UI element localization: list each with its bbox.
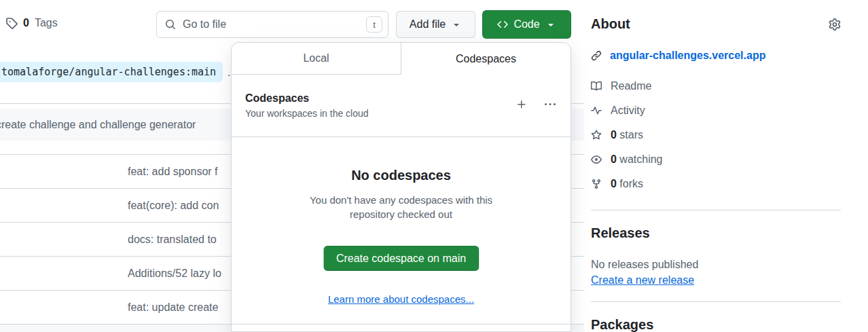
branch-ref-code: tomalaforge/angular-challenges:main <box>0 62 223 82</box>
star-icon <box>591 130 602 141</box>
tags-label: Tags <box>35 17 58 29</box>
sidebar-divider <box>591 301 841 302</box>
eye-icon <box>591 154 602 165</box>
codespaces-header: Codespaces Your workspaces in the cloud <box>232 75 571 137</box>
code-icon <box>497 19 508 30</box>
add-file-label: Add file <box>410 18 446 31</box>
sidebar-item-label: watching <box>619 153 662 165</box>
codespaces-more-options-button[interactable] <box>545 99 556 112</box>
no-releases-text: No releases published <box>591 259 698 271</box>
forks-count: 0 <box>611 178 617 189</box>
packages-heading: Packages <box>591 317 653 332</box>
go-to-file-search[interactable]: t <box>156 11 388 38</box>
learn-more-link[interactable]: Learn more about codespaces... <box>232 293 571 305</box>
latest-commit-message: create challenge and challenge generator <box>0 119 196 131</box>
edit-repo-settings-button[interactable] <box>829 18 841 33</box>
pulse-icon <box>591 105 602 116</box>
popover-divider <box>232 324 571 325</box>
github-repo-page: 0 Tags t Add file Code tomalaforge/angul… <box>0 0 868 332</box>
search-icon <box>165 19 176 30</box>
code-label: Code <box>513 18 539 31</box>
branch-ref-suffix: . <box>228 67 230 78</box>
repo-website-row: angular-challenges.vercel.app <box>591 50 765 62</box>
add-file-button[interactable]: Add file <box>396 11 475 38</box>
new-codespace-button[interactable] <box>516 99 527 112</box>
tab-local[interactable]: Local <box>232 43 401 75</box>
codespaces-subtitle: Your workspaces in the cloud <box>245 108 369 119</box>
code-dropdown-popover: Local Codespaces Codespaces Your workspa… <box>231 42 571 332</box>
book-icon <box>591 81 602 92</box>
no-codespaces-title: No codespaces <box>232 168 571 183</box>
chevron-down-icon <box>545 19 556 30</box>
stars-count: 0 <box>611 129 617 141</box>
search-shortcut-badge: t <box>366 16 382 33</box>
create-codespace-button[interactable]: Create codespace on main <box>323 246 479 271</box>
fork-icon <box>591 179 602 189</box>
search-input[interactable] <box>181 18 361 31</box>
gear-icon <box>829 18 841 31</box>
codespaces-title: Codespaces <box>245 92 369 105</box>
about-heading: About <box>591 16 630 32</box>
sidebar-item-label: Readme <box>611 80 651 92</box>
sidebar-item-label: forks <box>619 178 643 189</box>
chevron-down-icon <box>451 19 462 30</box>
sidebar-item-forks[interactable]: 0 forks <box>591 178 643 190</box>
tags-count: 0 <box>23 17 29 29</box>
branch-ref-line: tomalaforge/angular-challenges:main . <box>0 62 230 82</box>
releases-heading: Releases <box>591 225 650 241</box>
sidebar-item-label: stars <box>619 129 643 141</box>
tab-codespaces[interactable]: Codespaces <box>401 43 571 75</box>
tags-link[interactable]: 0 Tags <box>5 17 58 29</box>
sidebar-item-activity[interactable]: Activity <box>591 105 645 117</box>
plus-icon <box>516 99 527 110</box>
tag-icon <box>5 17 18 29</box>
sidebar-item-watching[interactable]: 0 watching <box>591 153 663 166</box>
link-icon <box>591 50 602 61</box>
popover-tabs: Local Codespaces <box>232 43 571 75</box>
code-button[interactable]: Code <box>482 10 571 39</box>
repo-website-link[interactable]: angular-challenges.vercel.app <box>610 50 765 62</box>
sidebar-divider <box>591 210 841 210</box>
sidebar-item-stars[interactable]: 0 stars <box>591 129 643 141</box>
sidebar-item-readme[interactable]: Readme <box>591 80 651 92</box>
watching-count: 0 <box>611 153 617 165</box>
kebab-horizontal-icon <box>545 99 556 110</box>
sidebar-item-label: Activity <box>611 105 645 117</box>
create-release-link[interactable]: Create a new release <box>591 274 694 287</box>
no-codespaces-description: You don't have any codespaces with this … <box>293 193 510 221</box>
